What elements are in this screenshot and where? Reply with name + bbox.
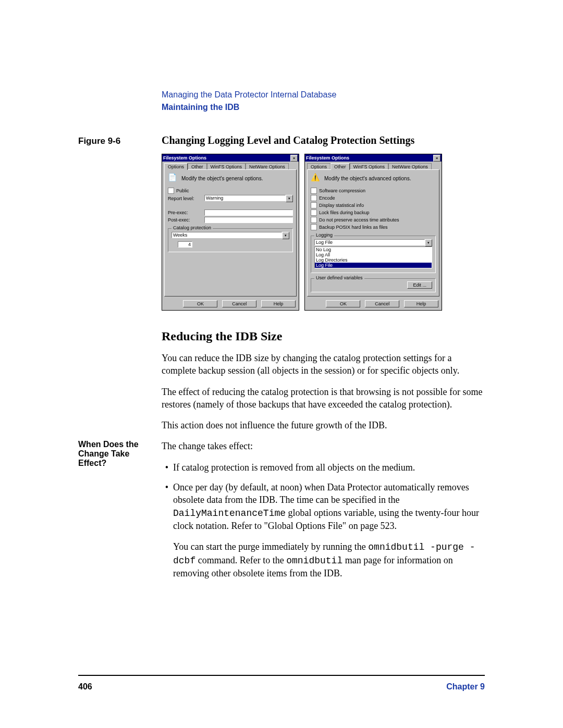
chapter-link[interactable]: Chapter 9 (446, 682, 485, 692)
figure-label: Figure 9-6 (78, 136, 162, 146)
dialog-filesystem-options-general: Filesystem Options × Options Other WinFS… (162, 154, 299, 311)
lock-files-checkbox[interactable] (311, 209, 317, 216)
dialog-filesystem-options-other: Filesystem Options × Options Other WinFS… (304, 154, 442, 311)
tab-other[interactable]: Other (331, 163, 350, 170)
header-subtitle: Maintaining the IDB (162, 101, 485, 114)
paragraph: This action does not influence the futur… (162, 419, 485, 431)
backup-posix-hardlinks-checkbox[interactable] (311, 224, 317, 230)
list-item: Once per day (by default, at noon) when … (173, 481, 485, 532)
cancel-button[interactable]: Cancel (222, 300, 256, 307)
cancel-button[interactable]: Cancel (365, 300, 399, 307)
user-defined-variables-group: User defined variables Edit ... (311, 278, 436, 292)
code-text: omnidbutil (286, 556, 342, 566)
logging-option-logall[interactable]: Log All (315, 252, 432, 257)
warning-icon (311, 173, 321, 183)
public-label: Public (176, 188, 189, 193)
ok-button[interactable]: OK (183, 300, 217, 307)
software-compression-checkbox[interactable] (311, 188, 317, 194)
paragraph: The change takes effect: (162, 440, 485, 452)
logging-option-logdirs[interactable]: Log Directories (315, 257, 432, 263)
logging-group: Logging Log File ▾ No Log Log All Log Di… (311, 236, 436, 273)
public-checkbox[interactable] (168, 188, 174, 194)
report-level-select[interactable]: Warning (204, 195, 286, 201)
info-text: Modify the object's general options. (181, 176, 263, 181)
chapter-path: Managing the Data Protector Internal Dat… (162, 89, 485, 101)
no-preserve-atime-checkbox[interactable] (311, 217, 317, 223)
tab-options[interactable]: Options (164, 163, 188, 170)
info-text: Modify the object's advanced options. (324, 176, 411, 181)
encode-checkbox[interactable] (311, 195, 317, 201)
chevron-down-icon[interactable]: ▾ (282, 232, 289, 239)
close-icon[interactable]: × (290, 155, 298, 162)
page-number: 406 (78, 682, 446, 692)
chevron-down-icon[interactable]: ▾ (425, 239, 432, 246)
help-button[interactable]: Help (261, 300, 296, 307)
postexec-input[interactable] (204, 217, 293, 223)
ok-button[interactable]: OK (326, 300, 360, 307)
document-icon (168, 173, 178, 183)
side-heading: When Does the Change Take Effect? (78, 440, 156, 468)
dialog-title: Filesystem Options (163, 155, 290, 161)
help-button[interactable]: Help (404, 300, 438, 307)
report-level-label: Report level: (168, 196, 204, 201)
display-stat-checkbox[interactable] (311, 202, 317, 208)
preexec-label: Pre-exec: (168, 210, 204, 215)
dialog-title: Filesystem Options (306, 155, 433, 161)
catalog-value-input[interactable]: 4 (178, 241, 192, 248)
footer-rule (78, 675, 485, 676)
paragraph: You can start the purge immediately by r… (173, 540, 485, 579)
logging-select[interactable]: Log File (314, 239, 425, 245)
code-text: DailyMaintenanceTime (173, 508, 286, 519)
chevron-down-icon[interactable]: ▾ (286, 195, 293, 202)
list-item: If catalog protection is removed from al… (173, 461, 485, 474)
preexec-input[interactable] (204, 209, 293, 216)
edit-button[interactable]: Edit ... (407, 281, 432, 289)
logging-option-logfile[interactable]: Log File (315, 263, 432, 268)
section-heading: Reducing the IDB Size (162, 329, 485, 343)
logging-option-nolog[interactable]: No Log (315, 247, 432, 252)
paragraph: You can reduce the IDB size by changing … (162, 352, 485, 377)
close-icon[interactable]: × (433, 155, 440, 162)
catalog-duration-select[interactable]: Weeks (172, 232, 282, 238)
postexec-label: Post-exec: (168, 217, 204, 223)
catalog-protection-group: Catalog protection Weeks ▾ 4 (168, 228, 293, 252)
paragraph: The effect of reducing the catalog prote… (162, 386, 485, 411)
figure-caption: Changing Logging Level and Catalog Prote… (162, 134, 414, 146)
